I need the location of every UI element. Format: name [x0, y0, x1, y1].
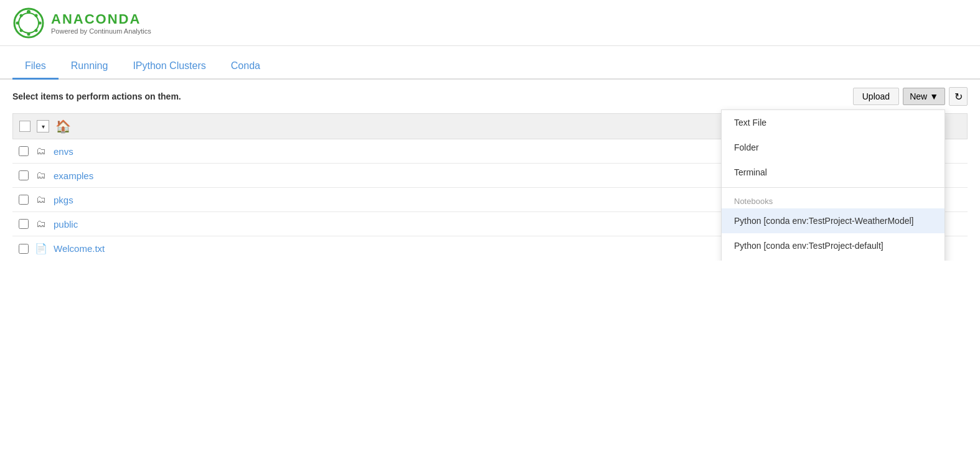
folder-icon: 🗂 [35, 170, 47, 181]
svg-point-9 [20, 14, 23, 17]
menu-item[interactable]: Text File [722, 110, 945, 135]
select-message: Select items to perform actions on them. [12, 91, 181, 101]
refresh-icon: ↻ [954, 91, 963, 103]
file-icon: 📄 [35, 243, 47, 254]
tab-running[interactable]: Running [59, 54, 121, 80]
home-icon[interactable]: 🏠 [55, 119, 71, 134]
menu-item[interactable]: Terminal [722, 160, 945, 185]
folder-icon: 🗂 [35, 218, 47, 230]
tab-ipython-clusters[interactable]: IPython Clusters [120, 54, 218, 80]
folder-icon: 🗂 [35, 146, 47, 157]
svg-point-3 [35, 14, 38, 17]
file-name[interactable]: examples [54, 170, 93, 181]
file-name[interactable]: pkgs [54, 195, 73, 205]
svg-point-4 [39, 21, 42, 24]
folder-icon: 🗂 [35, 194, 47, 205]
file-name[interactable]: Welcome.txt [54, 243, 105, 254]
menu-item[interactable]: Python [conda env:TestProject-default] [722, 233, 945, 258]
anaconda-logo-icon [12, 7, 45, 39]
main-tabs: FilesRunningIPython ClustersConda [0, 46, 980, 80]
new-dropdown-arrow-icon: ▼ [930, 91, 938, 101]
logo-text: ANACONDA Powered by Continuum Analytics [51, 11, 151, 35]
menu-item[interactable]: Python [conda env:TestProject-WeatherMod… [722, 208, 945, 233]
app-header: ANACONDA Powered by Continuum Analytics [0, 0, 980, 46]
toolbar: Select items to perform actions on them.… [0, 80, 980, 113]
select-all-checkbox[interactable] [19, 121, 31, 132]
new-button-label: New [910, 91, 927, 101]
tab-conda[interactable]: Conda [219, 54, 273, 80]
refresh-button[interactable]: ↻ [949, 87, 968, 106]
new-button[interactable]: New ▼ [903, 88, 945, 105]
new-dropdown-menu: Text FileFolderTerminalNotebooksPython [… [721, 109, 945, 261]
toolbar-right: Upload New ▼ ↻ Text FileFolderTerminalNo… [853, 87, 968, 106]
logo-brand-name: ANACONDA [51, 11, 151, 27]
tab-files[interactable]: Files [12, 54, 59, 80]
file-name[interactable]: public [54, 219, 78, 230]
file-row-checkbox[interactable] [19, 170, 29, 180]
upload-button[interactable]: Upload [853, 88, 899, 105]
svg-point-5 [35, 29, 38, 32]
file-row-checkbox[interactable] [19, 195, 29, 205]
file-row-checkbox[interactable] [19, 219, 29, 229]
select-dropdown-arrow[interactable]: ▾ [37, 120, 49, 132]
menu-item[interactable]: Python [conda root] [722, 258, 945, 261]
menu-divider [722, 187, 945, 188]
menu-section-label: Notebooks [722, 190, 945, 208]
svg-point-7 [20, 29, 23, 32]
logo-subtitle: Powered by Continuum Analytics [51, 27, 151, 35]
svg-point-6 [27, 32, 31, 35]
svg-point-2 [27, 10, 31, 14]
logo-area: ANACONDA Powered by Continuum Analytics [12, 7, 151, 39]
file-row-checkbox[interactable] [19, 244, 29, 254]
menu-item[interactable]: Folder [722, 135, 945, 160]
svg-point-8 [16, 21, 19, 24]
file-row-checkbox[interactable] [19, 146, 29, 156]
file-name[interactable]: envs [54, 146, 73, 157]
